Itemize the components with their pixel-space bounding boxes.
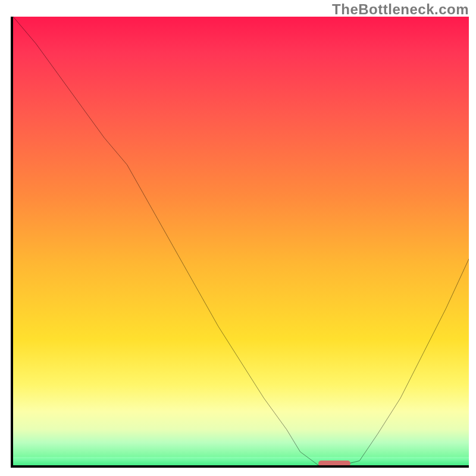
bottleneck-curve <box>13 17 469 465</box>
watermark-text: TheBottleneck.com <box>332 1 469 18</box>
optimal-range-marker <box>318 461 350 466</box>
chart-container: TheBottleneck.com <box>0 0 476 476</box>
